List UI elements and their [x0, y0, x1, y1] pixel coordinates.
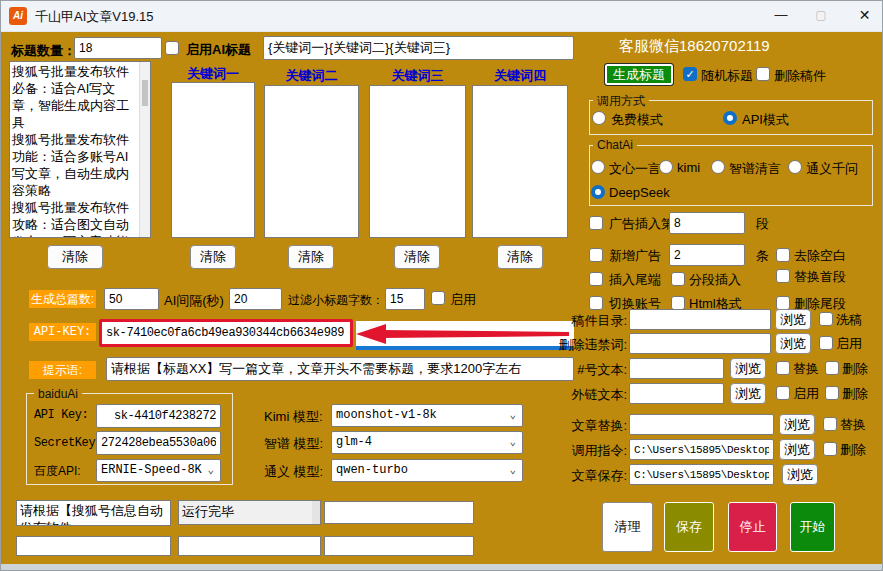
call-command-input[interactable] — [629, 439, 774, 460]
window-title: 千山甲AI文章V19.15 — [35, 8, 154, 26]
call-command-delete-checkbox[interactable] — [823, 442, 837, 456]
api-mode-radio[interactable] — [723, 111, 737, 125]
status-box-5[interactable] — [178, 536, 321, 556]
interval-input[interactable] — [229, 288, 282, 310]
draft-dir-browse-button[interactable]: 浏览 — [775, 309, 811, 330]
new-ad-input[interactable] — [669, 244, 745, 266]
minimize-button[interactable]: — — [761, 1, 801, 31]
remove-blank-checkbox[interactable] — [776, 248, 790, 262]
hash-text-browse-button[interactable]: 浏览 — [730, 358, 766, 379]
wash-draft-checkbox[interactable] — [819, 312, 833, 326]
tongyi-model-select[interactable]: qwen-turbo⌄ — [331, 459, 523, 482]
ad-insert-checkbox[interactable] — [589, 216, 603, 230]
random-title-checkbox[interactable]: ✓ — [683, 67, 697, 81]
save-button[interactable]: 保存 — [664, 502, 714, 552]
title-template-input[interactable] — [263, 36, 574, 60]
switch-account-checkbox[interactable] — [589, 296, 603, 310]
prompt-input[interactable] — [106, 357, 574, 381]
article-replace-input[interactable] — [629, 414, 774, 435]
link-delete-checkbox[interactable] — [825, 386, 839, 400]
keyword1-box[interactable] — [171, 82, 255, 238]
html-format-checkbox[interactable] — [671, 296, 685, 310]
enable-ai-title-checkbox[interactable] — [165, 41, 179, 55]
status-box-1[interactable]: 请根据【搜狐号信息自动发布软件 — [16, 500, 171, 526]
baidu-api-key-input[interactable] — [96, 404, 221, 428]
zhipu-model-select[interactable]: glm-4⌄ — [331, 431, 523, 454]
segment-insert-checkbox[interactable] — [671, 272, 685, 286]
hash-replace-label: 替换 — [793, 360, 819, 378]
keyword2-label: 关键词二 — [264, 67, 359, 85]
status-box-2-scrollbar[interactable] — [312, 501, 320, 524]
article-save-browse-button[interactable]: 浏览 — [782, 464, 818, 485]
baidu-api-select[interactable]: ERNIE-Speed-8K⌄ — [96, 459, 221, 482]
stop-button[interactable]: 停止 — [728, 502, 777, 552]
clear-keyword2-button[interactable]: 清除 — [288, 245, 334, 269]
status-box-3[interactable] — [324, 501, 474, 524]
article-replace-browse-button[interactable]: 浏览 — [779, 414, 815, 435]
wenxin-radio[interactable] — [591, 160, 605, 174]
status-box-2[interactable]: 运行完毕 — [178, 500, 321, 525]
keyword2-box[interactable] — [264, 85, 359, 238]
clear-keyword1-button[interactable]: 清除 — [190, 245, 236, 269]
free-mode-radio[interactable] — [592, 111, 606, 125]
title-list-scrollbar[interactable] — [139, 62, 150, 237]
hash-text-input[interactable] — [629, 358, 724, 379]
call-command-label: 调用指令: — [559, 442, 627, 460]
keyword3-label: 关键词三 — [369, 67, 466, 85]
title-count-input[interactable] — [74, 37, 162, 59]
link-enable-checkbox[interactable] — [776, 386, 790, 400]
api-key-label: API-KEY: — [29, 323, 96, 341]
delete-last-para-checkbox[interactable] — [776, 296, 790, 310]
keyword4-box[interactable] — [472, 85, 568, 238]
zhipu-radio[interactable] — [711, 160, 725, 174]
clear-keyword3-button[interactable]: 清除 — [394, 245, 440, 269]
scrollbar-thumb[interactable] — [142, 80, 148, 106]
replace-first-para-checkbox[interactable] — [776, 269, 790, 283]
title-list-box[interactable]: 搜狐号批量发布软件必备：适合AI写文章，智能生成内容工具 搜狐号批量发布软件功能… — [9, 61, 151, 238]
new-ad-checkbox[interactable] — [589, 248, 603, 262]
banned-words-input[interactable] — [629, 333, 771, 354]
call-command-browse-button[interactable]: 浏览 — [779, 439, 815, 460]
start-button[interactable]: 开始 — [790, 502, 835, 552]
link-text-input[interactable] — [629, 383, 724, 404]
total-count-input[interactable] — [104, 288, 159, 310]
deepseek-radio[interactable] — [591, 185, 605, 199]
maximize-button[interactable]: ▢ — [801, 1, 841, 31]
filter-enable-label: 启用 — [450, 291, 476, 309]
clear-keyword4-button[interactable]: 清除 — [497, 245, 543, 269]
banned-words-browse-button[interactable]: 浏览 — [775, 333, 811, 354]
clear-title-list-button[interactable]: 清除 — [47, 245, 103, 269]
call-command-delete-label: 删除 — [840, 441, 866, 459]
ad-insert-input[interactable] — [669, 212, 745, 234]
api-key-input[interactable] — [99, 319, 353, 347]
kimi-model-select[interactable]: moonshot-v1-8k⌄ — [331, 404, 523, 427]
hash-replace-checkbox[interactable] — [776, 361, 790, 375]
filter-length-input[interactable] — [385, 288, 425, 310]
baidu-secret-key-label: SecretKey: — [34, 436, 102, 450]
chevron-down-icon: ⌄ — [509, 432, 516, 452]
clean-button[interactable]: 清理 — [602, 502, 653, 552]
delete-draft-checkbox[interactable] — [756, 67, 770, 81]
baidu-secret-key-input[interactable] — [96, 431, 221, 455]
hash-delete-checkbox[interactable] — [825, 361, 839, 375]
keyword3-box[interactable] — [369, 85, 466, 238]
article-replace-label: 文章替换: — [559, 417, 627, 435]
kimi-radio[interactable] — [659, 160, 673, 174]
insert-tail-checkbox[interactable] — [589, 272, 603, 286]
tongyi-radio[interactable] — [788, 160, 802, 174]
chat-ai-group-label: ChatAi — [593, 138, 637, 152]
article-save-input[interactable] — [629, 464, 774, 485]
generate-title-button[interactable]: 生成标题 — [604, 63, 674, 86]
banned-words-enable-checkbox[interactable] — [819, 336, 833, 350]
enable-ai-title-label: 启用AI标题 — [186, 41, 251, 59]
chevron-down-icon: ⌄ — [207, 460, 214, 480]
kimi-label: kimi — [677, 160, 700, 175]
hash-delete-label: 删除 — [842, 360, 868, 378]
draft-dir-input[interactable] — [629, 309, 771, 330]
close-button[interactable]: ✕ — [845, 1, 883, 31]
article-replace-checkbox[interactable] — [823, 417, 837, 431]
status-box-6[interactable] — [324, 536, 474, 556]
filter-enable-checkbox[interactable] — [431, 291, 445, 305]
status-box-4[interactable] — [16, 536, 171, 556]
link-text-browse-button[interactable]: 浏览 — [730, 383, 766, 404]
